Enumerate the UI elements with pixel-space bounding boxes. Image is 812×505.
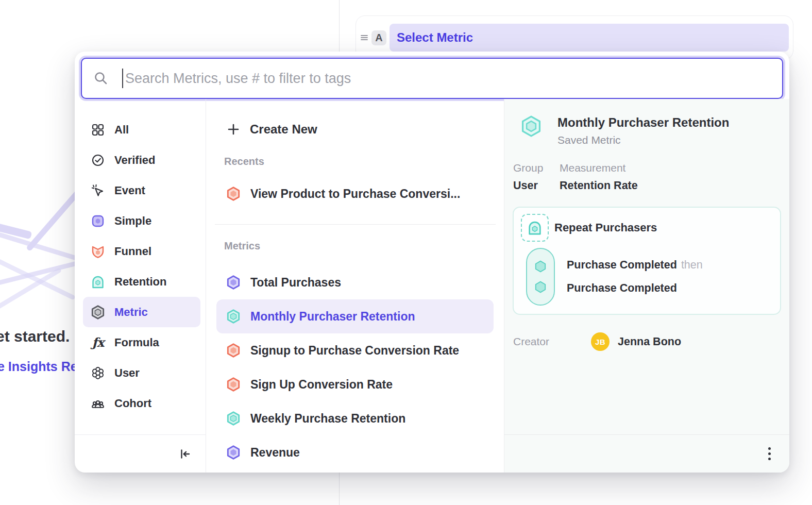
metric-item-monthly-purchaser-retention[interactable]: Monthly Purchaser Retention	[216, 299, 494, 333]
filter-sidebar: All Verified	[75, 99, 206, 473]
measurement-label: Measurement	[560, 162, 638, 174]
metric-item-label: Signup to Purchase Conversion Rate	[250, 344, 459, 358]
plus-icon	[226, 122, 241, 137]
sidebar-item-user[interactable]: User	[83, 358, 200, 388]
detail-subtitle: Saved Metric	[557, 134, 729, 146]
select-metric-label: Select Metric	[397, 30, 473, 45]
sidebar-item-label: Event	[114, 184, 145, 197]
sidebar-item-label: Formula	[114, 336, 159, 349]
metric-hexagon-icon	[226, 186, 241, 201]
metric-detail-panel: Monthly Purchaser Retention Saved Metric…	[504, 99, 789, 473]
retention-definition-icon	[521, 214, 549, 242]
sidebar-item-label: All	[114, 123, 129, 137]
recent-metric-item[interactable]: View Product to Purchase Conversi...	[216, 177, 494, 211]
event-hexagon-icon	[534, 280, 547, 294]
drag-handle-icon[interactable]	[360, 33, 368, 42]
sidebar-item-label: User	[114, 366, 140, 380]
sidebar-item-label: Metric	[114, 306, 148, 319]
event-hexagon-icon	[534, 260, 547, 273]
grid-icon	[90, 123, 106, 137]
sidebar-item-event[interactable]: Event	[83, 175, 200, 206]
cohort-icon	[90, 396, 106, 411]
metric-item-weekly-purchase-retention[interactable]: Weekly Purchase Retention	[216, 401, 494, 435]
measurement-value: Retention Rate	[560, 179, 638, 192]
sidebar-item-retention[interactable]: Retention	[83, 266, 200, 297]
detail-footer	[504, 434, 789, 473]
saved-metric-icon	[90, 305, 106, 320]
sidebar-footer	[75, 434, 206, 473]
metric-hexagon-icon	[226, 445, 241, 460]
creator-avatar: JB	[591, 332, 610, 351]
sidebar-item-label: Verified	[114, 154, 155, 167]
metric-item-label: View Product to Purchase Conversi...	[250, 187, 460, 201]
metric-picker-modal: Search Metrics, use # to filter to tags …	[75, 52, 789, 473]
metric-hexagon-icon	[226, 377, 241, 392]
sidebar-item-metric[interactable]: Metric	[83, 297, 200, 327]
retention-metric-icon	[90, 275, 106, 289]
event-cursor-icon	[90, 183, 106, 198]
definition-step-1: Purchase Completed	[567, 259, 677, 271]
definition-connector: then	[681, 259, 703, 271]
text-cursor	[122, 69, 123, 88]
creator-label: Creator	[513, 335, 591, 348]
background-report-link-fragment[interactable]: e Insights Re	[0, 359, 78, 374]
sidebar-item-cohort[interactable]: Cohort	[83, 388, 200, 418]
definition-title: Repeat Purchasers	[554, 221, 657, 234]
creator-name: Jenna Bono	[618, 335, 681, 348]
detail-title: Monthly Purchaser Retention	[557, 115, 729, 130]
series-letter-badge: A	[371, 30, 386, 45]
select-metric-button[interactable]: Select Metric	[390, 24, 789, 52]
metric-hexagon-icon	[226, 411, 241, 426]
sidebar-item-verified[interactable]: Verified	[83, 145, 200, 175]
group-value: User	[513, 179, 560, 192]
metric-item-label: Total Purchases	[250, 276, 341, 290]
simple-metric-icon	[90, 214, 106, 228]
sidebar-item-simple[interactable]: Simple	[83, 206, 200, 236]
verified-badge-icon	[90, 153, 106, 167]
funnel-metric-icon	[90, 244, 106, 259]
metrics-section-header: Metrics	[224, 240, 504, 252]
create-new-label: Create New	[250, 122, 317, 137]
create-new-button[interactable]: Create New	[206, 116, 504, 142]
metric-definition-card: Repeat Purchasers Purchase Completedthen	[513, 207, 781, 315]
metric-item-label: Sign Up Conversion Rate	[250, 378, 393, 392]
metric-hexagon-icon	[519, 114, 543, 138]
background-headline-fragment: et started.	[0, 328, 70, 345]
definition-step-2: Purchase Completed	[567, 282, 703, 295]
formula-icon: ƒx	[90, 335, 106, 350]
metric-item-sign-up-conversion-rate[interactable]: Sign Up Conversion Rate	[216, 367, 494, 401]
metric-item-label: Revenue	[250, 446, 300, 460]
collapse-left-icon[interactable]	[178, 447, 192, 461]
metric-item-total-purchases[interactable]: Total Purchases	[216, 265, 494, 299]
sidebar-item-label: Funnel	[114, 245, 151, 258]
metrics-list: Total Purchases Monthly Purchaser Retent…	[206, 265, 504, 469]
metric-item-revenue[interactable]: Revenue	[216, 435, 494, 469]
metric-hexagon-icon	[226, 275, 241, 290]
search-placeholder: Search Metrics, use # to filter to tags	[125, 71, 351, 87]
metric-item-label: Weekly Purchase Retention	[250, 412, 405, 426]
sidebar-item-label: Cohort	[114, 397, 151, 410]
metric-item-label: Monthly Purchaser Retention	[250, 310, 415, 324]
metric-item-signup-to-purchase-conversion-rate[interactable]: Signup to Purchase Conversion Rate	[216, 333, 494, 367]
metric-hexagon-icon	[226, 309, 241, 324]
sidebar-item-label: Simple	[114, 214, 151, 228]
sidebar-item-all[interactable]: All	[83, 114, 200, 145]
recents-section-header: Recents	[224, 156, 504, 167]
sidebar-item-label: Retention	[114, 275, 166, 289]
search-input[interactable]: Search Metrics, use # to filter to tags	[81, 58, 783, 99]
user-cluster-icon	[90, 366, 106, 380]
event-sequence-capsule	[526, 248, 555, 306]
search-icon	[93, 71, 109, 86]
creator-row: Creator JB Jenna Bono	[513, 332, 781, 351]
sidebar-item-formula[interactable]: ƒx Formula	[83, 327, 200, 358]
group-label: Group	[513, 162, 560, 174]
list-divider	[215, 224, 496, 225]
metric-hexagon-icon	[226, 343, 241, 358]
more-options-icon[interactable]	[768, 447, 771, 460]
metric-results-list: Create New Recents View Product to Purch…	[206, 99, 504, 473]
detail-header: Monthly Purchaser Retention Saved Metric	[513, 114, 781, 146]
sidebar-item-funnel[interactable]: Funnel	[83, 236, 200, 266]
detail-meta: Group User Measurement Retention Rate	[513, 162, 781, 192]
